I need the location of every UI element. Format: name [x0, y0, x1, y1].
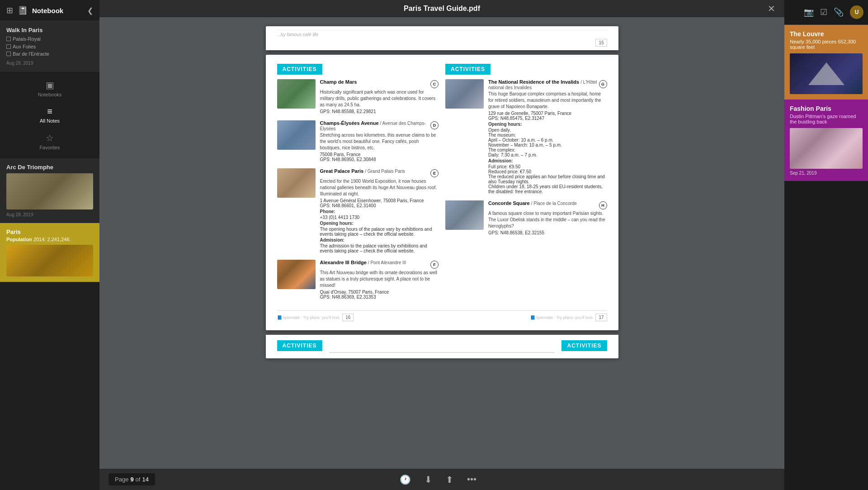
- activity-hours: The opening hours of the palace vary by …: [320, 227, 439, 237]
- checkbox[interactable]: [6, 37, 11, 41]
- activity-hours-label: Opening hours:: [320, 221, 439, 226]
- pdf-bottom-bar: Page 9 of 14 🕐 ⬇ ⬆ •••: [99, 469, 784, 490]
- louvre-image: [790, 53, 863, 94]
- page-num-16: 16: [342, 314, 354, 321]
- pdf-title: Paris Travel Guide.pdf: [404, 5, 480, 13]
- note-card-arc[interactable]: Arc De Triomphe Aug 28, 2019: [0, 158, 99, 223]
- next-section-preview: ACTIVITIES ACTIVITIES: [266, 335, 618, 358]
- activity-desc: Historically significant park which was …: [320, 89, 439, 108]
- pdf-close-button[interactable]: ✕: [768, 3, 775, 14]
- fashion-text: Dustin Pittman's gaze roamed the bustlin…: [790, 114, 863, 124]
- all-notes-label: All Notes: [40, 118, 60, 124]
- clock-button[interactable]: 🕐: [400, 474, 411, 485]
- activity-admission: Full price: €9.50Reduced price: €7.50The…: [488, 164, 607, 194]
- sidebar-nav: ▣ Notebooks ≡ All Notes ☆ Favorites: [0, 71, 99, 158]
- checkbox[interactable]: [6, 44, 11, 49]
- activity-alexandre: Alexandre III Bridge / Pont Alexandre II…: [277, 260, 439, 300]
- grid-icon[interactable]: ⊞: [6, 5, 13, 15]
- note-title: Arc De Triomphe: [6, 164, 93, 171]
- pdf-header: Paris Travel Guide.pdf ✕: [99, 0, 784, 17]
- sidebar-item-favorites[interactable]: ☆ Favorites: [0, 129, 99, 154]
- activity-content: Alexandre III Bridge / Pont Alexandre II…: [320, 260, 439, 300]
- fashion-image: [790, 128, 863, 169]
- share-button[interactable]: ⬆: [446, 474, 453, 485]
- activities-left-col: ACTIVITIES Champ de Mars C Hi: [277, 64, 439, 306]
- louvre-title: The Louvre: [790, 30, 863, 38]
- next-activities-left: ACTIVITIES: [277, 340, 322, 351]
- arc-image: [6, 173, 93, 209]
- back-button[interactable]: ❮: [87, 6, 93, 15]
- next-activities-right: ACTIVITIES: [561, 340, 607, 351]
- note-card-paris[interactable]: Paris Population 2014: 2,241,246.: [0, 223, 99, 282]
- activity-desc: Erected for the 1900 World Exposition, i…: [320, 178, 439, 197]
- sidebar-item-all-notes[interactable]: ≡ All Notes: [0, 103, 99, 127]
- note-card-walk-in-paris[interactable]: Walk In Paris Palais-Royal Aux Folies Ba…: [0, 21, 99, 71]
- notebook-icon: 📓: [18, 5, 28, 15]
- notebook-title: Notebook: [32, 7, 63, 14]
- footer-left: 📘 lipermate · Try plans: you'll love 16: [277, 314, 354, 321]
- activity-title: Alexandre III Bridge: [320, 260, 367, 265]
- activity-admission-label: Admission:: [320, 238, 439, 243]
- activity-invalides: The National Residence of the Invalids /…: [445, 79, 607, 194]
- champs-elysees-image: [277, 120, 316, 150]
- attachment-icon[interactable]: 📎: [834, 7, 844, 17]
- pdf-body[interactable]: ...by famous café life 15 ACTIVITIES: [99, 17, 784, 469]
- activity-concorde: Concorde Square / Place de la Concorde H…: [445, 200, 607, 235]
- paris-image: [6, 245, 93, 276]
- activity-desc: This Art Nouveau bridge with its ornate …: [320, 270, 439, 289]
- page-total: 14: [142, 476, 148, 483]
- pyramid-shape: [808, 62, 844, 85]
- checkbox[interactable]: [6, 52, 11, 56]
- page-label: Page: [115, 476, 128, 483]
- left-sidebar: ⊞ 📓 Notebook ❮ Walk In Paris Palais-Roya…: [0, 0, 99, 490]
- activity-badge-e: E: [430, 169, 439, 177]
- pdf-page-main: ACTIVITIES Champ de Mars C Hi: [266, 55, 618, 330]
- right-top-bar: 📷 ☑ 📎 U: [784, 0, 868, 25]
- more-button[interactable]: •••: [467, 474, 476, 485]
- activity-hours-label: Opening hours:: [488, 122, 607, 127]
- note-text: Population 2014: 2,241,246.: [6, 237, 93, 242]
- activity-gps: GPS: N48.85588, E2.29821: [320, 109, 439, 114]
- louvre-card[interactable]: The Louvre Nearly 35,000 pieces 652,300 …: [784, 25, 868, 100]
- invalides-image: [445, 79, 484, 109]
- louvre-text: Nearly 35,000 pieces 652,300 square feet: [790, 39, 863, 50]
- activity-admission-label: Admission:: [488, 158, 607, 163]
- page-top-text: ...by famous café life: [277, 30, 607, 37]
- activity-desc: A famous square close to many important …: [488, 210, 607, 229]
- page-indicator: Page 9 of 14: [108, 473, 155, 485]
- activity-subtitle: / Grand Palais Paris: [365, 169, 405, 174]
- activity-title: Great Palace Paris: [320, 168, 364, 174]
- activities-section: ACTIVITIES Champ de Mars C Hi: [277, 64, 607, 306]
- sidebar-item-notebooks[interactable]: ▣ Notebooks: [0, 76, 99, 101]
- fashion-date: Sep 21, 2019: [790, 171, 863, 176]
- avatar[interactable]: U: [850, 5, 863, 19]
- fashion-title: Fashion Paris: [790, 105, 863, 112]
- activity-address: 75008 Paris, FranceGPS: N48.86950, E2.30…: [320, 152, 439, 162]
- activities-right-col: ACTIVITIES The National Residence of the…: [445, 64, 607, 306]
- favorites-icon: ☆: [46, 133, 54, 143]
- checklist-icon[interactable]: ☑: [820, 7, 827, 17]
- pdf-viewer: Paris Travel Guide.pdf ✕ ...by famous ca…: [99, 0, 784, 490]
- grand-palais-image: [277, 168, 316, 198]
- fashion-card[interactable]: Fashion Paris Dustin Pittman's gaze roam…: [784, 100, 868, 181]
- download-button[interactable]: ⬇: [425, 474, 432, 485]
- all-notes-icon: ≡: [47, 106, 52, 117]
- activity-phone-label: Phone:: [320, 209, 439, 214]
- page-num-17: 17: [595, 314, 607, 321]
- footer-right: 📘 lipermate · Try plans: you'll love 17: [530, 314, 607, 321]
- activity-desc: This huge Baroque complex comprises a ho…: [488, 91, 607, 110]
- activity-badge-h: H: [599, 201, 607, 209]
- page-current: 9: [130, 476, 133, 483]
- activity-badge-d: D: [430, 121, 439, 129]
- activity-title: The National Residence of the Invalids: [488, 79, 579, 85]
- activity-address: 1 Avenue Général Eisenhower, 75008 Paris…: [320, 198, 439, 208]
- activity-title: Champ de Mars: [320, 79, 357, 85]
- activity-admission: The admission to the palace varies by ex…: [320, 243, 439, 253]
- activity-content: Champs-Élysées Avenue / Avenue des Champ…: [320, 120, 439, 162]
- activity-badge-g: G: [599, 80, 607, 88]
- camera-icon[interactable]: 📷: [804, 7, 814, 17]
- sidebar-top-bar: ⊞ 📓 Notebook ❮: [0, 0, 99, 21]
- activity-gps: GPS: N48.86538, E2.32155: [488, 230, 607, 235]
- activity-badge-f: F: [430, 261, 439, 269]
- activity-title: Champs-Élysées Avenue: [320, 120, 379, 126]
